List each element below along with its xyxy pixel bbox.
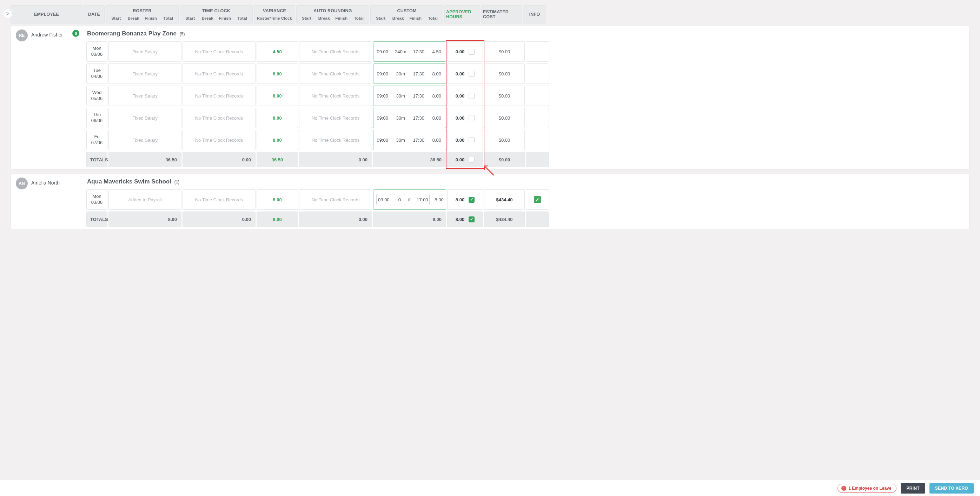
date-cell[interactable]: Thu06/06 (86, 108, 107, 128)
approved-cell: 0.00 (447, 130, 483, 150)
date-cell[interactable]: Tue04/06 (86, 63, 107, 84)
custom-cell[interactable]: m8.00 (373, 189, 446, 210)
header-timeclock-label: TIME CLOCK (202, 8, 230, 13)
variance-cell: 8.00 (256, 86, 298, 106)
table-row: Mon03/06Added to PayrollNo Time Clock Re… (86, 189, 969, 210)
date-label: 04/06 (91, 74, 103, 80)
totals-approve-checkbox[interactable] (469, 157, 474, 163)
header-cost: ESTIMATED COST (481, 5, 522, 24)
variance-cell: 8.00 (256, 108, 298, 128)
avatar: RE (16, 30, 28, 41)
date-cell[interactable]: Mon03/06 (86, 41, 107, 62)
date-label: 03/06 (91, 200, 103, 206)
custom-start-input[interactable] (376, 194, 391, 205)
custom-values: 09:00240m17:304.50 (374, 49, 446, 54)
info-cell[interactable] (526, 41, 549, 62)
custom-cell[interactable]: 09:0030m17:308.00 (373, 130, 446, 150)
edit-icon[interactable] (534, 196, 541, 203)
roster-cell: Fixed Salary (108, 41, 181, 62)
approved-value: 0.00 (456, 71, 465, 76)
date-label: 07/06 (91, 140, 103, 146)
approved-cell: 0.00 (447, 86, 483, 106)
totals-variance: 36.50 (256, 152, 298, 167)
totals-approve-checkbox[interactable] (469, 216, 474, 222)
approved-cell: 0.00 (447, 63, 483, 84)
approve-checkbox[interactable] (469, 93, 474, 99)
totals-approved-value: 8.00 (456, 217, 465, 222)
approve-checkbox[interactable] (469, 197, 474, 203)
header-employee: EMPLOYEE (11, 5, 83, 24)
expand-handle[interactable] (3, 9, 13, 19)
totals-custom: 36.50 (373, 152, 446, 167)
table-row: Wed05/06Fixed SalaryNo Time Clock Record… (86, 86, 969, 106)
approved-cell: 0.00 (447, 108, 483, 128)
header-roster-subs: StartBreakFinishTotal (107, 16, 177, 21)
day-label: Wed (92, 90, 102, 96)
location-title: Boomerang Bonanza Play Zone (5) (86, 30, 969, 41)
totals-info (526, 152, 549, 167)
cost-cell: $0.00 (484, 63, 525, 84)
custom-break-input[interactable] (394, 194, 405, 205)
approved-value: 0.00 (456, 116, 465, 120)
header-timeclock-subs: StartBreakFinishTotal (181, 16, 251, 21)
employee-group: ANAmelia NorthAqua Mavericks Swim School… (11, 174, 969, 229)
totals-row: TOTALS8.000.008.000.008.008.00$434.40 (86, 212, 969, 227)
timeclock-cell: No Time Clock Records (183, 189, 256, 210)
table-row: Tue04/06Fixed SalaryNo Time Clock Record… (86, 63, 969, 84)
custom-values: 09:0030m17:308.00 (374, 138, 446, 143)
cost-cell: $0.00 (484, 86, 525, 106)
date-cell[interactable]: Wed05/06 (86, 86, 107, 106)
totals-approved: 0.00 (447, 152, 483, 167)
cost-cell: $434.40 (484, 189, 525, 210)
autorounding-cell: No Time Clock Records (299, 130, 372, 150)
approved-value: 0.00 (456, 138, 465, 143)
custom-cell[interactable]: 09:0030m17:308.00 (373, 108, 446, 128)
info-cell[interactable] (526, 108, 549, 128)
custom-cell[interactable]: 09:0030m17:308.00 (373, 86, 446, 106)
variance-cell: 4.50 (256, 41, 298, 62)
location-count: (1) (175, 180, 180, 184)
totals-cost: $0.00 (484, 152, 525, 167)
approve-checkbox[interactable] (469, 137, 474, 143)
cost-cell: $0.00 (484, 130, 525, 150)
approve-checkbox[interactable] (469, 49, 474, 55)
date-cell[interactable]: Mon03/06 (86, 189, 107, 210)
info-cell[interactable] (526, 130, 549, 150)
header-timeclock: TIME CLOCK StartBreakFinishTotal (180, 5, 253, 24)
header-variance-label: VARIANCE (263, 8, 286, 13)
custom-cell[interactable]: 09:00240m17:304.50 (373, 41, 446, 62)
date-label: 06/06 (91, 118, 103, 124)
roster-cell: Fixed Salary (108, 130, 181, 150)
totals-timeclock: 0.00 (183, 152, 256, 167)
header-date: DATE (84, 5, 105, 24)
variance-cell: 8.00 (256, 189, 298, 210)
employee-name: Amelia North (31, 177, 60, 185)
approved-value: 8.00 (456, 197, 465, 203)
approve-checkbox[interactable] (469, 115, 474, 121)
header-roster: ROSTER StartBreakFinishTotal (106, 5, 179, 24)
date-cell[interactable]: Fri07/06 (86, 130, 107, 150)
custom-finish-input[interactable] (415, 194, 430, 205)
header-autorounding-label: AUTO ROUNDING (313, 8, 352, 13)
minutes-label: m (408, 197, 411, 202)
totals-roster: 36.50 (108, 152, 181, 167)
info-cell[interactable] (526, 86, 549, 106)
totals-roster: 8.00 (108, 212, 181, 227)
totals-auto: 0.00 (299, 212, 372, 227)
custom-values: 09:0030m17:308.00 (374, 116, 446, 120)
custom-cell[interactable]: 09:0030m17:308.00 (373, 63, 446, 84)
variance-cell: 8.00 (256, 63, 298, 84)
custom-values: 09:0030m17:308.00 (374, 93, 446, 98)
info-cell[interactable] (526, 63, 549, 84)
table-row: Mon03/06Fixed SalaryNo Time Clock Record… (86, 41, 969, 62)
totals-cost: $434.40 (484, 212, 525, 227)
day-label: Fri (94, 134, 99, 140)
roster-cell: Fixed Salary (108, 86, 181, 106)
approve-checkbox[interactable] (469, 71, 474, 77)
info-cell[interactable] (526, 189, 549, 210)
custom-total: 8.00 (434, 197, 443, 203)
variance-cell: 8.00 (256, 130, 298, 150)
autorounding-cell: No Time Clock Records (299, 108, 372, 128)
totals-custom: 8.00 (373, 212, 446, 227)
header-approved: APPROVED HOURS (444, 5, 480, 24)
